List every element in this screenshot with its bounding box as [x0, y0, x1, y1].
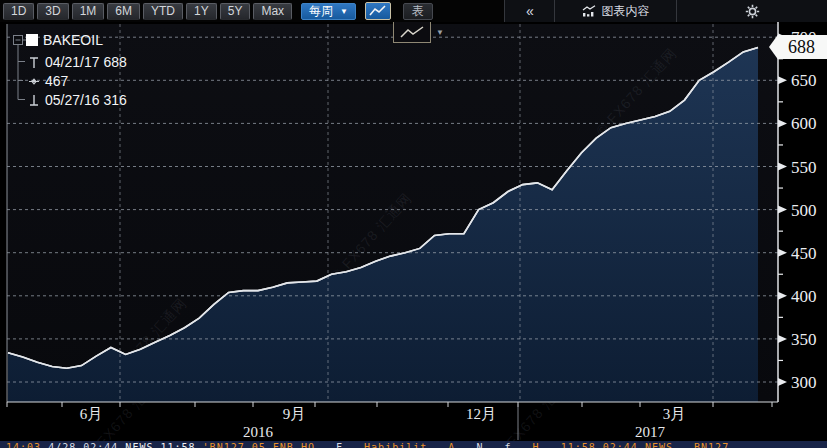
chart-application-window: © FX678 汇通网© FX678 汇通网© FX678 汇通网© FX678… [0, 0, 827, 448]
svg-text:2016: 2016 [243, 424, 274, 440]
table-view-label: 表 [412, 3, 424, 20]
svg-text:550: 550 [791, 158, 817, 177]
legend-series-row[interactable]: BAKEOIL [26, 32, 103, 48]
range-button-ytd[interactable]: YTD [143, 3, 183, 20]
range-button-3d[interactable]: 3D [37, 3, 68, 20]
svg-text:600: 600 [791, 114, 817, 133]
legend-average-row: 467 [28, 73, 68, 89]
table-view-button[interactable]: 表 [403, 3, 433, 20]
range-button-1y[interactable]: 1Y [186, 3, 217, 20]
line-style-icon [399, 25, 425, 39]
news-ticker[interactable]: 14:03 4/28 02:44 NEWS 11:58 'BN127 05 FN… [0, 441, 827, 448]
range-button-max[interactable]: Max [253, 3, 292, 20]
range-button-group: 1D3D1M6MYTD1Y5YMax [3, 3, 292, 20]
chevron-down-icon: ▼ [340, 7, 348, 16]
svg-text:650: 650 [791, 71, 817, 90]
svg-text:6月: 6月 [80, 406, 103, 422]
period-dropdown-label: 每周 [309, 3, 333, 20]
chart-content-label: 图表内容 [602, 3, 650, 20]
gear-icon [745, 4, 760, 19]
last-price-badge: 688 [769, 35, 827, 59]
range-button-6m[interactable]: 6M [107, 3, 140, 20]
svg-text:12月: 12月 [466, 406, 496, 422]
range-button-5y[interactable]: 5Y [220, 3, 251, 20]
svg-text:350: 350 [791, 330, 817, 349]
series-color-swatch [26, 34, 38, 46]
chart-style-button[interactable] [393, 21, 431, 43]
svg-text:2017: 2017 [635, 424, 666, 440]
svg-text:3月: 3月 [663, 406, 686, 422]
svg-text:9月: 9月 [283, 406, 306, 422]
period-dropdown[interactable]: 每周 ▼ [301, 3, 356, 20]
range-button-1d[interactable]: 1D [3, 3, 34, 20]
double-chevron-left-icon: « [526, 3, 533, 19]
chart-style-dropdown-arrow[interactable]: ▼ [436, 28, 444, 37]
collapse-panel-button[interactable]: « [504, 0, 554, 22]
svg-text:500: 500 [791, 201, 817, 220]
svg-text:450: 450 [791, 244, 817, 263]
news-ticker-text: 14:03 4/28 02:44 NEWS 11:58 'BN127 05 FN… [0, 441, 827, 448]
average-marker-icon [28, 75, 40, 88]
legend-panel: BAKEOIL 04/21/17 688 467 05/27/16 316 [10, 30, 210, 112]
legend-high-row: 04/21/17 688 [28, 54, 127, 70]
series-name-label: BAKEOIL [43, 32, 103, 48]
svg-text:400: 400 [791, 287, 817, 306]
mini-chart-icon [582, 5, 596, 17]
high-marker-icon [28, 56, 40, 69]
average-value-label: 467 [45, 73, 68, 89]
toolbar-left-group: 1D3D1M6MYTD1Y5YMax 每周 ▼ 表 [0, 2, 433, 20]
range-button-1m[interactable]: 1M [72, 3, 105, 20]
low-marker-icon [28, 94, 40, 107]
line-chart-icon [369, 5, 387, 17]
y-axis-labels: 300350400450500550600650700 [778, 28, 817, 392]
toolbar-right-group: « 图表内容 [504, 0, 827, 22]
line-chart-type-button[interactable] [365, 2, 391, 20]
high-value-label: 04/21/17 688 [45, 54, 127, 70]
legend-low-row: 05/27/16 316 [28, 92, 127, 108]
top-toolbar: 1D3D1M6MYTD1Y5YMax 每周 ▼ 表 « [0, 0, 827, 22]
low-value-label: 05/27/16 316 [45, 92, 127, 108]
chart-content-button[interactable]: 图表内容 [554, 0, 676, 22]
chart-style-widget: ▼ [393, 21, 444, 43]
x-axis-labels: 6月9月12月3月20162017 [80, 406, 686, 440]
svg-text:300: 300 [791, 373, 817, 392]
settings-button[interactable] [676, 0, 827, 22]
